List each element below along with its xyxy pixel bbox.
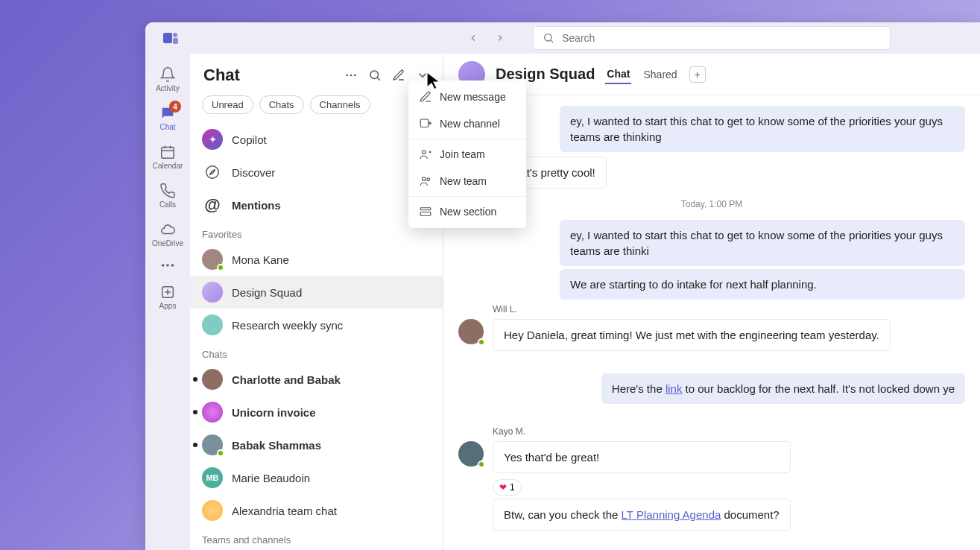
- list-label: Mona Kane: [232, 253, 289, 266]
- pinned-copilot[interactable]: ✦ Copilot: [190, 123, 443, 156]
- teams-app-icon: [162, 29, 180, 47]
- message-bubble: Here's the link to our backlog for the n…: [601, 373, 965, 404]
- section-teams: Teams and channels: [190, 527, 443, 549]
- list-label: Babak Shammas: [232, 439, 321, 452]
- add-tab-button[interactable]: +: [689, 66, 706, 83]
- svg-point-25: [423, 151, 426, 154]
- calendar-icon: [159, 144, 176, 160]
- rail-calendar-label: Calendar: [153, 162, 183, 170]
- new-dropdown-menu: New message New channel Join team New te…: [408, 80, 526, 228]
- menu-new-team[interactable]: New team: [408, 168, 526, 195]
- favorite-design-squad[interactable]: Design Squad: [190, 276, 443, 309]
- more-icon[interactable]: [344, 69, 358, 82]
- avatar: [202, 282, 223, 303]
- chat-list: ✦ Copilot Discover @ Mentions Favorites …: [190, 123, 443, 550]
- message-row: Will L. Hey Daniela, great timing! We ju…: [458, 304, 965, 351]
- rail-apps[interactable]: Apps: [148, 277, 187, 316]
- pinned-mentions[interactable]: @ Mentions: [190, 189, 443, 221]
- message-row: ey, I wanted to start this chat to get t…: [458, 106, 965, 152]
- svg-point-9: [162, 264, 165, 267]
- pinned-discover[interactable]: Discover: [190, 156, 443, 189]
- svg-point-16: [350, 75, 353, 77]
- menu-label: New message: [440, 91, 506, 103]
- join-team-icon: [419, 148, 432, 161]
- svg-rect-2: [173, 38, 178, 44]
- svg-line-4: [551, 40, 553, 42]
- chat-babak-shammas[interactable]: Babak Shammas: [190, 429, 443, 461]
- svg-rect-30: [420, 208, 431, 210]
- svg-line-19: [377, 78, 379, 80]
- copilot-icon: ✦: [202, 129, 223, 150]
- rail-onedrive[interactable]: OneDrive: [148, 215, 187, 253]
- search-input[interactable]: [562, 32, 881, 44]
- svg-rect-22: [420, 119, 429, 127]
- tab-shared[interactable]: Shared: [642, 66, 678, 83]
- filter-unread[interactable]: Unread: [202, 95, 253, 114]
- rail-onedrive-label: OneDrive: [152, 239, 183, 247]
- menu-join-team[interactable]: Join team: [408, 141, 526, 168]
- more-icon: [159, 257, 176, 274]
- rail-chat[interactable]: 4 Chat: [148, 98, 187, 137]
- svg-rect-5: [162, 147, 174, 158]
- chat-panel: Chat Unread Chats Channels ✦ Copilot: [190, 54, 443, 550]
- backlog-link[interactable]: link: [666, 382, 683, 395]
- menu-new-section[interactable]: New section: [408, 198, 526, 225]
- rail-calendar[interactable]: Calendar: [148, 137, 187, 176]
- filter-chats[interactable]: Chats: [259, 95, 304, 114]
- message-bubble: Yes that'd be great!: [493, 441, 791, 473]
- search-icon: [543, 32, 554, 44]
- avatar: [202, 402, 223, 423]
- svg-marker-21: [209, 169, 215, 174]
- unread-dot-icon: [193, 410, 197, 414]
- filter-search-icon[interactable]: [368, 69, 382, 82]
- menu-divider: [408, 196, 526, 197]
- list-label: Design Squad: [232, 286, 302, 299]
- chat-alexandria-team[interactable]: Alexandria team chat: [190, 494, 443, 527]
- rail-activity[interactable]: Activity: [148, 60, 187, 98]
- forward-button[interactable]: [490, 28, 510, 48]
- search-box[interactable]: [533, 26, 891, 50]
- menu-new-message[interactable]: New message: [408, 83, 526, 110]
- message-row: ey, I wanted to start this chat to get t…: [458, 220, 965, 300]
- message-row: hat's pretty cool!: [503, 157, 965, 189]
- rail-apps-label: Apps: [159, 302, 177, 310]
- reaction-heart[interactable]: ❤ 1: [493, 479, 522, 496]
- section-favorites: Favorites: [190, 221, 443, 243]
- title-bar: [145, 22, 980, 54]
- message-bubble: We are starting to do intake for next ha…: [560, 269, 965, 300]
- new-team-icon: [419, 174, 432, 188]
- compose-icon[interactable]: [392, 69, 405, 82]
- unread-dot-icon: [193, 377, 197, 382]
- avatar: [202, 500, 223, 521]
- favorite-research-sync[interactable]: Research weekly sync: [190, 309, 443, 341]
- list-label: Alexandria team chat: [232, 505, 337, 517]
- svg-point-20: [206, 166, 219, 179]
- filter-channels[interactable]: Channels: [310, 95, 370, 114]
- message-bubble: ey, I wanted to start this chat to get t…: [560, 220, 965, 266]
- rail-more[interactable]: [148, 253, 187, 277]
- cloud-icon: [159, 221, 176, 238]
- avatar: [458, 319, 484, 344]
- chat-unicorn-invoice[interactable]: Unicorn invoice: [190, 396, 443, 429]
- rail-calls[interactable]: Calls: [148, 176, 187, 215]
- svg-point-18: [370, 71, 379, 79]
- heart-icon: ❤: [499, 482, 507, 493]
- chat-panel-title: Chat: [203, 66, 344, 85]
- message-row: Kayo M. Yes that'd be great! ❤ 1 Btw, ca…: [458, 426, 965, 531]
- agenda-link[interactable]: LT Planning Agenda: [622, 508, 721, 521]
- chat-marie-beaudoin[interactable]: MB Marie Beaudoin: [190, 461, 443, 494]
- list-label: Copilot: [232, 133, 267, 146]
- back-button[interactable]: [463, 28, 484, 48]
- message-sender: Kayo M.: [493, 426, 791, 437]
- favorite-mona-kane[interactable]: Mona Kane: [190, 243, 443, 276]
- message-bubble: Btw, can you check the LT Planning Agend…: [493, 499, 791, 531]
- section-icon: [419, 205, 432, 218]
- bell-icon: [159, 66, 176, 83]
- tab-chat[interactable]: Chat: [605, 65, 631, 84]
- avatar: [202, 249, 223, 270]
- menu-new-channel[interactable]: New channel: [408, 110, 526, 137]
- svg-point-1: [173, 33, 177, 37]
- avatar: [458, 441, 484, 467]
- compose-icon: [419, 90, 432, 104]
- chat-charlotte-babak[interactable]: Charlotte and Babak: [190, 363, 443, 396]
